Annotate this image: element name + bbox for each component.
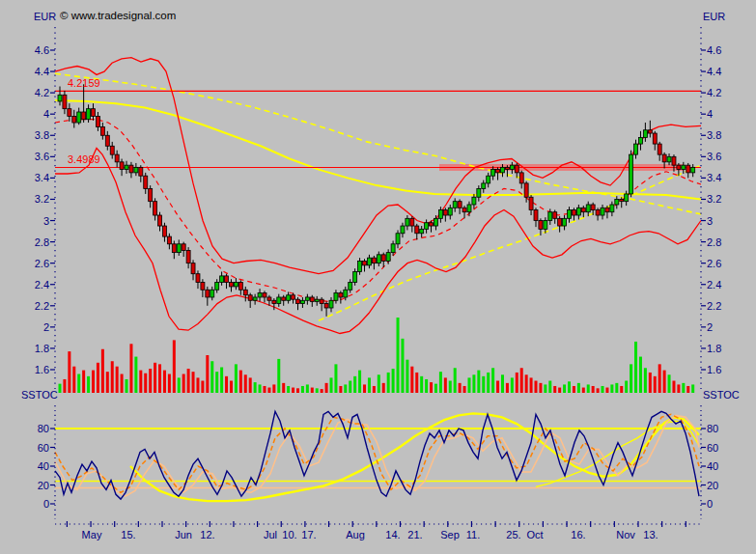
- price-tick-label-right: 2.8: [707, 236, 721, 248]
- volume-bar: [230, 381, 233, 393]
- candle-body: [372, 258, 376, 263]
- candle-body: [648, 130, 652, 133]
- candle-body: [96, 116, 99, 126]
- candle-body: [658, 144, 661, 154]
- volume-bar: [378, 374, 380, 393]
- stoch-tick-label-left: 80: [38, 423, 49, 434]
- candle-body: [620, 199, 624, 201]
- volume-bar: [68, 351, 70, 393]
- candle-body: [682, 165, 686, 169]
- candle-body: [263, 293, 266, 297]
- volume-bar: [592, 386, 595, 393]
- volume-bar: [672, 381, 675, 393]
- alert-price-label: 4.2159: [68, 77, 100, 89]
- candle-body: [568, 209, 572, 218]
- volume-bar: [72, 367, 75, 393]
- candle-body: [154, 202, 157, 215]
- volume-bar: [535, 381, 538, 393]
- candle-body: [510, 165, 514, 169]
- candle-body: [677, 165, 681, 169]
- volume-bar: [482, 376, 485, 393]
- volume-bar: [225, 376, 228, 393]
- price-tick-label-right: 4: [707, 108, 713, 120]
- candle-body: [534, 209, 538, 220]
- candle-body: [448, 208, 452, 215]
- chart-canvas[interactable]: 4.64.64.44.44.24.2443.83.83.63.63.43.43.…: [0, 0, 756, 554]
- candle-body: [134, 167, 138, 173]
- time-axis-label: 14.: [385, 529, 400, 540]
- volume-bar: [406, 360, 408, 393]
- candle-body: [87, 109, 91, 120]
- price-tick-label-left: 2.6: [35, 258, 49, 269]
- candle-body: [191, 263, 195, 274]
- candle-body: [586, 205, 590, 212]
- volume-bar: [597, 388, 600, 393]
- candle-body: [144, 176, 148, 188]
- volume-bar: [511, 377, 514, 393]
- volume-bar: [387, 373, 390, 393]
- volume-bar: [235, 364, 238, 393]
- candle-body: [105, 135, 109, 146]
- candle-body: [149, 188, 153, 201]
- volume-bar: [615, 383, 618, 393]
- candle-body: [210, 290, 214, 297]
- volume-bar: [625, 381, 628, 393]
- candle-body: [367, 258, 371, 265]
- volume-layer: [59, 318, 695, 393]
- volume-bar: [210, 361, 213, 393]
- time-axis-label: Sep: [440, 529, 460, 540]
- volume-bar: [467, 377, 470, 393]
- candle-body: [72, 116, 76, 123]
- volume-bar: [321, 389, 323, 393]
- time-axis-label: May: [82, 529, 102, 540]
- candle-body: [282, 297, 286, 300]
- candle-body: [500, 167, 504, 173]
- candle-body: [524, 183, 528, 197]
- volume-bar: [691, 384, 694, 393]
- volume-bar: [163, 371, 166, 393]
- price-tick-label-left: 3.4: [35, 172, 49, 183]
- candle-body: [576, 208, 580, 215]
- candle-body: [334, 293, 338, 301]
- price-tick-label-left: 1.8: [35, 343, 49, 354]
- price-tick-label-right: 3.8: [707, 129, 721, 141]
- volume-bar: [182, 374, 185, 394]
- volume-bar: [126, 379, 128, 393]
- volume-bar: [363, 384, 366, 393]
- price-tick-label-right: 3: [707, 215, 713, 227]
- price-tick-label-right: 2.4: [707, 279, 721, 291]
- volume-bar: [239, 371, 242, 393]
- candle-body: [258, 293, 262, 297]
- stoch-tick-label-right: 40: [707, 460, 718, 472]
- candle-body: [196, 274, 200, 283]
- time-axis-label: 21.: [407, 529, 422, 540]
- candle-body: [491, 170, 495, 177]
- candle-body: [186, 250, 190, 263]
- stoch-slow-yellow-2: [536, 421, 699, 486]
- candle-body: [100, 126, 104, 135]
- volume-bar: [634, 342, 637, 393]
- volume-bar: [134, 357, 137, 393]
- candle-body: [496, 170, 500, 173]
- time-axis-label: 17.: [301, 529, 316, 540]
- candle-body: [467, 205, 471, 212]
- candle-body: [472, 197, 476, 205]
- candle-body: [596, 209, 600, 215]
- stoch-tick-label-left: 40: [38, 460, 49, 472]
- volume-bar: [439, 372, 442, 393]
- candle-body: [253, 297, 257, 300]
- volume-bar: [129, 344, 132, 393]
- candle-body: [68, 109, 71, 117]
- volume-bar: [149, 369, 152, 393]
- time-axis-label: Oct: [526, 529, 543, 540]
- price-tick-label-right: 1.6: [707, 364, 721, 375]
- candle-body: [305, 297, 309, 300]
- candle-body: [115, 154, 119, 162]
- candle-body: [519, 173, 523, 183]
- volume-bar: [449, 381, 452, 393]
- candle-body: [410, 218, 414, 226]
- candle-body: [310, 297, 314, 301]
- candle-body: [420, 229, 424, 233]
- volume-bar: [254, 382, 257, 393]
- volume-bar: [530, 377, 533, 393]
